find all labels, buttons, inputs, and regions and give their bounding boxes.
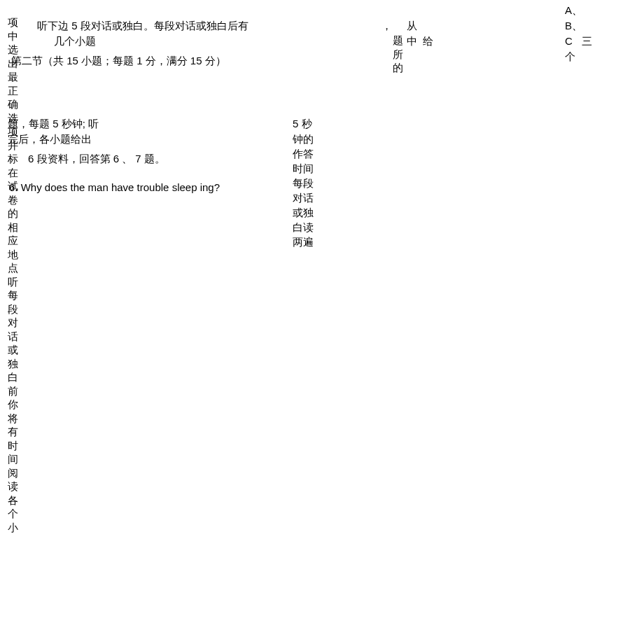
option-a: A、 bbox=[565, 3, 582, 19]
option-b: B、 bbox=[565, 18, 582, 34]
main-line1: 听下边 5 段对话或独白。每段对话或独白后有 bbox=[37, 18, 248, 34]
ge-label: 个 bbox=[565, 49, 575, 65]
option-c: C bbox=[565, 34, 573, 50]
question-6: 6. Why does the man have trouble sleep i… bbox=[9, 180, 220, 196]
section-header: 第二节（共 15 小题；每题 1 分，满分 15 分） bbox=[11, 53, 226, 69]
mid3-line2: 中 bbox=[407, 34, 417, 50]
main-line5: 6 段资料，回答第 6 、 7 题。 bbox=[28, 151, 165, 167]
mid2-comma: ， bbox=[382, 18, 392, 34]
left-vertical-col: 项中选出最正确选项并标在试卷的相应地点听每段对话或独白前你将有时间阅读各个小 bbox=[8, 15, 19, 534]
mid3-line3: 给 bbox=[423, 34, 433, 50]
main-line3: 题，每题 5 秒钟; 听 bbox=[8, 116, 99, 132]
mid1-vertical: 钟的作答时间每段对话或独白读两遍 bbox=[293, 132, 315, 249]
five-sec-label: 5 秒 bbox=[293, 116, 312, 132]
left-vertical-text: 项中选出最正确选项并标在试卷的相应地点听每段对话或独白前你将有时间阅读各个小 bbox=[8, 16, 18, 533]
main-line4: 完后，各小题给出 bbox=[8, 132, 92, 148]
mid2-vertical: 题所的 bbox=[393, 34, 404, 75]
three-label: 三 bbox=[582, 34, 592, 50]
main-line2: 几个小题 bbox=[54, 34, 96, 50]
mid3-line1: 从 bbox=[407, 18, 417, 34]
